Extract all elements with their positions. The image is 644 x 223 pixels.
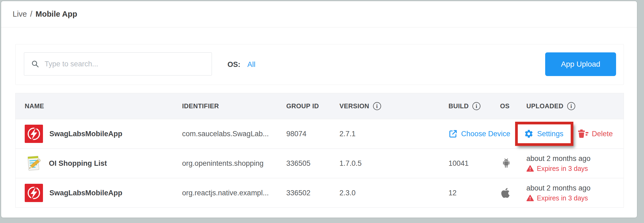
- app-upload-button[interactable]: App Upload: [545, 52, 616, 76]
- trash-icon: [578, 129, 588, 139]
- identifier-cell: org.openintents.shopping: [182, 159, 286, 168]
- apple-icon: [501, 187, 510, 199]
- search-icon: [31, 60, 39, 68]
- app-name: SwagLabsMobileApp: [49, 130, 122, 138]
- version-cell: 1.7.0.5: [339, 159, 448, 168]
- external-link-icon: [448, 129, 458, 138]
- apps-table: NAME IDENTIFIER GROUP ID VERSION i BUILD…: [15, 93, 624, 208]
- os-cell: [500, 157, 526, 169]
- settings-button[interactable]: Settings: [524, 129, 563, 139]
- column-header-identifier: IDENTIFIER: [182, 102, 286, 110]
- column-header-name: NAME: [16, 102, 182, 110]
- table-row: OI Shopping List org.openintents.shoppin…: [16, 148, 624, 178]
- table-header-row: NAME IDENTIFIER GROUP ID VERSION i BUILD…: [16, 93, 624, 119]
- row-actions: Choose Device Settings: [448, 122, 624, 146]
- version-cell: 2.7.1: [339, 130, 448, 138]
- choose-device-button[interactable]: Choose Device: [448, 129, 510, 138]
- breadcrumb-section: Live: [13, 10, 27, 19]
- os-cell: [500, 187, 526, 199]
- version-info-icon[interactable]: i: [373, 102, 381, 110]
- table-row: SwagLabsMobileApp org.reactjs.native.exa…: [16, 178, 624, 207]
- group-id-cell: 98074: [286, 130, 339, 138]
- column-header-os: OS: [500, 102, 526, 110]
- expires-warning: Expires in 3 days: [526, 194, 624, 202]
- expires-warning: Expires in 3 days: [526, 165, 624, 172]
- build-info-icon[interactable]: i: [472, 102, 480, 110]
- app-window: Live / Mobile App OS: All App Upload NAM…: [1, 1, 637, 218]
- build-cell: 10041: [448, 159, 500, 168]
- os-filter-label: OS:: [227, 60, 240, 69]
- column-header-version: VERSION i: [339, 102, 448, 110]
- identifier-cell: org.reactjs.native.exampl...: [182, 189, 286, 197]
- app-name: SwagLabsMobileApp: [49, 189, 122, 197]
- annotation-highlight-box: Settings: [515, 122, 573, 146]
- uploaded-info-icon[interactable]: i: [567, 102, 575, 110]
- toolbar: OS: All App Upload: [15, 44, 624, 85]
- column-header-build: BUILD i: [448, 102, 500, 110]
- swaglabs-app-icon: [25, 184, 43, 202]
- shopping-list-app-icon: [25, 154, 42, 172]
- swaglabs-app-icon: [25, 125, 43, 143]
- uploaded-cell: about 2 months ago Expires in 3 days: [526, 184, 624, 202]
- gear-icon: [524, 129, 534, 139]
- app-name-cell: SwagLabsMobileApp: [16, 125, 182, 143]
- group-id-cell: 336505: [286, 159, 339, 168]
- table-row: SwagLabsMobileApp com.saucelabs.SwagLab.…: [16, 119, 624, 148]
- search-box[interactable]: [24, 52, 212, 75]
- identifier-cell: com.saucelabs.SwagLab...: [182, 130, 286, 138]
- warning-icon: [526, 195, 534, 202]
- app-name: OI Shopping List: [49, 159, 107, 168]
- os-filter: OS: All: [227, 44, 255, 85]
- app-name-cell: OI Shopping List: [16, 154, 182, 172]
- version-cell: 2.3.0: [339, 189, 448, 197]
- uploaded-time: about 2 months ago: [526, 154, 624, 163]
- column-header-group-id: GROUP ID: [286, 102, 339, 110]
- search-input[interactable]: [45, 60, 206, 68]
- page-title: Mobile App: [35, 10, 77, 19]
- os-filter-value-all[interactable]: All: [247, 60, 255, 69]
- delete-button[interactable]: Delete: [578, 129, 613, 139]
- uploaded-time: about 2 months ago: [526, 184, 624, 192]
- group-id-cell: 336502: [286, 189, 339, 197]
- uploaded-cell: about 2 months ago Expires in 3 days: [526, 154, 624, 172]
- breadcrumb: Live / Mobile App: [1, 1, 637, 27]
- breadcrumb-separator: /: [30, 10, 32, 19]
- android-icon: [501, 157, 511, 169]
- column-header-uploaded: UPLOADED i: [526, 102, 624, 110]
- warning-icon: [526, 165, 534, 172]
- build-cell: 12: [448, 189, 500, 197]
- app-name-cell: SwagLabsMobileApp: [16, 184, 182, 202]
